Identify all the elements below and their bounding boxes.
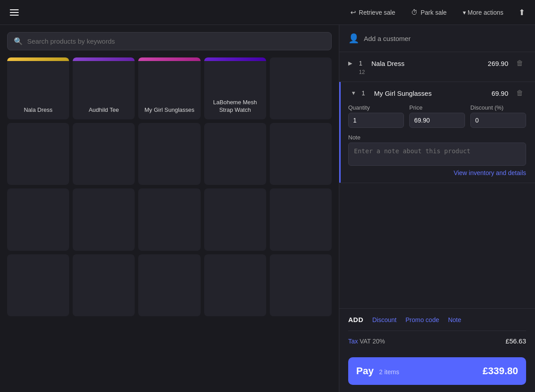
product-card-label-4: LaBoheme Mesh Strap Watch: [204, 99, 266, 114]
blue-indicator: [339, 82, 341, 183]
product-card-20[interactable]: [270, 254, 332, 316]
product-card-19[interactable]: [204, 254, 266, 316]
pay-amount: £339.80: [482, 365, 518, 377]
order-item-sub-nala: 12: [359, 69, 526, 75]
retrieve-sale-label: Retrieve sale: [359, 9, 395, 16]
add-customer-label: Add a customer: [364, 35, 411, 42]
tax-label: Tax VAT 20%: [348, 338, 385, 345]
product-card-5[interactable]: [270, 57, 332, 119]
right-panel: 👤 Add a customer ▶ 1 Nala Dress 269.90 🗑…: [339, 25, 535, 392]
more-actions-button[interactable]: ▾ More actions: [459, 6, 507, 19]
expand-chevron-nala[interactable]: ▶: [348, 60, 355, 66]
topbar: ↩ Retrieve sale ⏱ Park sale ▾ More actio…: [0, 0, 535, 25]
quantity-label: Quantity: [348, 104, 404, 111]
product-card-12[interactable]: [73, 188, 135, 250]
note-button[interactable]: Note: [448, 316, 461, 323]
product-card-7[interactable]: [73, 123, 135, 185]
order-item-price-sunglasses: 69.90: [491, 90, 508, 97]
discount-label: Discount (%): [470, 104, 526, 111]
order-item-nala-dress: ▶ 1 Nala Dress 269.90 🗑 12: [339, 52, 535, 82]
expand-chevron-sunglasses[interactable]: ▼: [351, 90, 358, 96]
product-card-label-1: Nala Dress: [20, 106, 56, 114]
product-card-9[interactable]: [204, 123, 266, 185]
order-item-name-nala: Nala Dress: [371, 60, 484, 67]
share-button[interactable]: ⬆: [516, 5, 528, 20]
cart-bottom: ADD Discount Promo code Note Tax VAT 20%…: [339, 308, 535, 392]
topbar-actions: ↩ Retrieve sale ⏱ Park sale ▾ More actio…: [347, 5, 528, 20]
delete-nala-button[interactable]: 🗑: [514, 58, 526, 68]
search-input[interactable]: [27, 37, 325, 45]
discount-field-group: Discount (%): [470, 104, 526, 128]
pay-button[interactable]: Pay 2 items £339.80: [348, 357, 526, 385]
park-sale-button[interactable]: ⏱ Park sale: [407, 6, 450, 19]
left-panel: 🔍 Nala DressAudhild TeeMy Girl Sunglasse…: [0, 25, 339, 392]
view-inventory-link[interactable]: View inventory and details: [348, 169, 526, 176]
retrieve-sale-button[interactable]: ↩ Retrieve sale: [347, 6, 399, 19]
note-textarea[interactable]: [348, 143, 526, 166]
delete-sunglasses-button[interactable]: 🗑: [514, 88, 526, 98]
share-icon: ⬆: [519, 8, 525, 17]
product-card-13[interactable]: [138, 188, 200, 250]
quantity-input[interactable]: [348, 113, 404, 128]
product-card-1[interactable]: Nala Dress: [7, 57, 69, 119]
product-card-3[interactable]: My Girl Sunglasses: [138, 57, 200, 119]
order-item-header: ▶ 1 Nala Dress 269.90 🗑: [348, 58, 526, 68]
product-card-2[interactable]: Audhild Tee: [73, 57, 135, 119]
more-actions-label: More actions: [468, 9, 503, 16]
quantity-field-group: Quantity: [348, 104, 404, 128]
product-grid: Nala DressAudhild TeeMy Girl SunglassesL…: [7, 57, 332, 316]
note-label: Note: [348, 134, 526, 141]
order-item-name-sunglasses: My Girl Sunglasses: [374, 90, 488, 97]
product-card-14[interactable]: [204, 188, 266, 250]
expanded-fields: Quantity Price Discount (%): [348, 104, 526, 128]
search-icon: 🔍: [14, 37, 23, 45]
topbar-left: [7, 7, 21, 18]
park-icon: ⏱: [411, 8, 418, 16]
order-item-price-nala: 269.90: [488, 60, 508, 67]
order-item-sunglasses: ▼ 1 My Girl Sunglasses 69.90 🗑 Quantity …: [339, 82, 535, 183]
product-card-16[interactable]: [7, 254, 69, 316]
hamburger-menu[interactable]: [7, 7, 21, 18]
add-label: ADD: [348, 316, 363, 323]
pay-label: Pay 2 items: [356, 365, 399, 377]
tax-rate: VAT 20%: [360, 338, 385, 345]
product-card-6[interactable]: [7, 123, 69, 185]
product-card-10[interactable]: [270, 123, 332, 185]
product-card-label-3: My Girl Sunglasses: [141, 106, 198, 114]
price-input[interactable]: [409, 113, 465, 128]
product-card-4[interactable]: LaBoheme Mesh Strap Watch: [204, 57, 266, 119]
discount-input[interactable]: [470, 113, 526, 128]
park-sale-label: Park sale: [420, 9, 446, 16]
expanded-content: Quantity Price Discount (%) Note: [348, 104, 526, 176]
order-item-qty-sunglasses: 1: [362, 90, 370, 97]
product-card-18[interactable]: [138, 254, 200, 316]
product-card-8[interactable]: [138, 123, 200, 185]
tax-amount: £56.63: [506, 337, 526, 345]
add-customer-row[interactable]: 👤 Add a customer: [339, 25, 535, 52]
product-card-15[interactable]: [270, 188, 332, 250]
tax-row: Tax VAT 20% £56.63: [348, 331, 526, 351]
product-card-11[interactable]: [7, 188, 69, 250]
price-label: Price: [409, 104, 465, 111]
product-card-label-2: Audhild Tee: [85, 106, 123, 114]
customer-icon: 👤: [348, 33, 359, 44]
cart-add-row: ADD Discount Promo code Note: [348, 316, 526, 323]
promo-code-button[interactable]: Promo code: [405, 316, 439, 323]
note-field-group: Note: [348, 134, 526, 166]
price-field-group: Price: [409, 104, 465, 128]
more-icon: ▾: [463, 9, 466, 16]
product-card-17[interactable]: [73, 254, 135, 316]
main-layout: 🔍 Nala DressAudhild TeeMy Girl Sunglasse…: [0, 25, 535, 392]
retrieve-icon: ↩: [350, 8, 356, 16]
pay-items-label: 2 items: [379, 368, 399, 376]
order-item-qty-nala: 1: [359, 60, 368, 67]
discount-button[interactable]: Discount: [372, 316, 396, 323]
order-item-header-sunglasses: ▼ 1 My Girl Sunglasses 69.90 🗑: [348, 88, 526, 98]
search-bar: 🔍: [7, 32, 332, 50]
tax-link[interactable]: Tax: [348, 338, 358, 345]
